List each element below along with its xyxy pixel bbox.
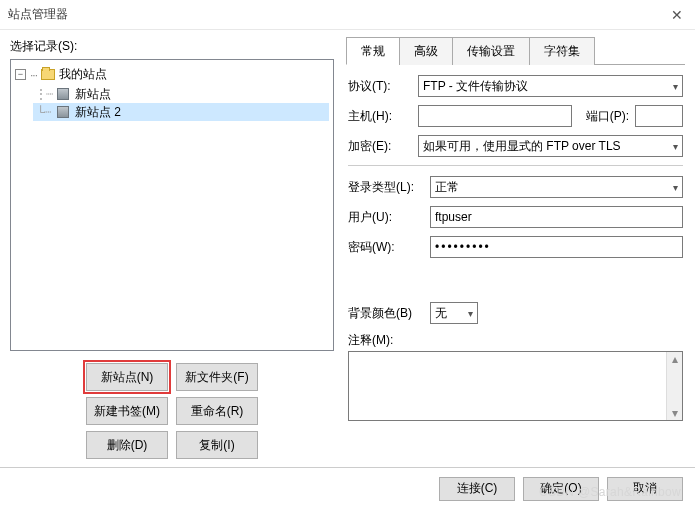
select-entry-label: 选择记录(S): [10, 38, 334, 55]
protocol-label: 协议(T): [348, 78, 412, 95]
scroll-up-icon[interactable]: ▴ [672, 352, 678, 366]
server-icon [57, 88, 69, 100]
ok-button[interactable]: 确定(O) [523, 477, 599, 501]
host-input[interactable] [418, 105, 572, 127]
titlebar: 站点管理器 ✕ [0, 0, 695, 30]
site-tree[interactable]: − ··· 我的站点 ⋮┈ 新站点 └┈ 新站点 2 [10, 59, 334, 351]
tree-item-label: 新站点 [75, 86, 111, 103]
comment-textarea[interactable]: ▴▾ [348, 351, 683, 421]
encryption-label: 加密(E): [348, 138, 412, 155]
tab-bar: 常规 高级 传输设置 字符集 [346, 36, 685, 65]
collapse-icon[interactable]: − [15, 69, 26, 80]
user-input[interactable]: ftpuser [430, 206, 683, 228]
comment-label: 注释(M): [348, 332, 683, 349]
tree-item-label: 新站点 2 [75, 104, 121, 121]
protocol-select[interactable]: FTP - 文件传输协议 ▾ [418, 75, 683, 97]
scrollbar[interactable]: ▴▾ [666, 352, 682, 420]
tree-item[interactable]: └┈ 新站点 2 [33, 103, 329, 121]
protocol-value: FTP - 文件传输协议 [423, 78, 528, 95]
tree-connector: ··· [30, 68, 37, 82]
port-label: 端口(P): [586, 108, 629, 125]
tab-transfer[interactable]: 传输设置 [452, 37, 530, 65]
tree-connector: ⋮┈ [35, 87, 51, 101]
left-pane: 选择记录(S): − ··· 我的站点 ⋮┈ 新站点 └┈ 新站点 2 [10, 34, 334, 465]
bg-color-label: 背景颜色(B) [348, 305, 424, 322]
delete-button[interactable]: 删除(D) [86, 431, 168, 459]
logon-type-label: 登录类型(L): [348, 179, 424, 196]
tree-root[interactable]: − ··· 我的站点 [15, 66, 329, 83]
copy-button[interactable]: 复制(I) [176, 431, 258, 459]
tab-advanced[interactable]: 高级 [399, 37, 453, 65]
close-icon[interactable]: ✕ [667, 7, 687, 23]
logon-type-select[interactable]: 正常 ▾ [430, 176, 683, 198]
right-pane: 常规 高级 传输设置 字符集 协议(T): FTP - 文件传输协议 ▾ 主机(… [346, 34, 685, 465]
new-folder-button[interactable]: 新文件夹(F) [176, 363, 258, 391]
encryption-value: 如果可用，使用显式的 FTP over TLS [423, 138, 621, 155]
new-bookmark-button[interactable]: 新建书签(M) [86, 397, 168, 425]
tree-root-label: 我的站点 [59, 66, 107, 83]
password-label: 密码(W): [348, 239, 424, 256]
window-title: 站点管理器 [8, 6, 68, 23]
tab-charset[interactable]: 字符集 [529, 37, 595, 65]
host-label: 主机(H): [348, 108, 412, 125]
new-site-button[interactable]: 新站点(N) [86, 363, 168, 391]
bg-color-value: 无 [435, 305, 447, 322]
folder-icon [41, 69, 55, 80]
connect-button[interactable]: 连接(C) [439, 477, 515, 501]
user-label: 用户(U): [348, 209, 424, 226]
bottom-bar: 连接(C) 确定(O) 取消 [0, 467, 695, 509]
bg-color-select[interactable]: 无 ▾ [430, 302, 478, 324]
chevron-down-icon: ▾ [468, 308, 473, 319]
chevron-down-icon: ▾ [673, 141, 678, 152]
server-icon [57, 106, 69, 118]
logon-type-value: 正常 [435, 179, 459, 196]
chevron-down-icon: ▾ [673, 81, 678, 92]
rename-button[interactable]: 重命名(R) [176, 397, 258, 425]
encryption-select[interactable]: 如果可用，使用显式的 FTP over TLS ▾ [418, 135, 683, 157]
password-input[interactable]: ••••••••• [430, 236, 683, 258]
chevron-down-icon: ▾ [673, 182, 678, 193]
tree-item[interactable]: ⋮┈ 新站点 [33, 85, 329, 103]
separator [348, 165, 683, 166]
port-input[interactable] [635, 105, 683, 127]
tree-connector: └┈ [35, 105, 51, 119]
tab-general[interactable]: 常规 [346, 37, 400, 65]
scroll-down-icon[interactable]: ▾ [672, 406, 678, 420]
cancel-button[interactable]: 取消 [607, 477, 683, 501]
